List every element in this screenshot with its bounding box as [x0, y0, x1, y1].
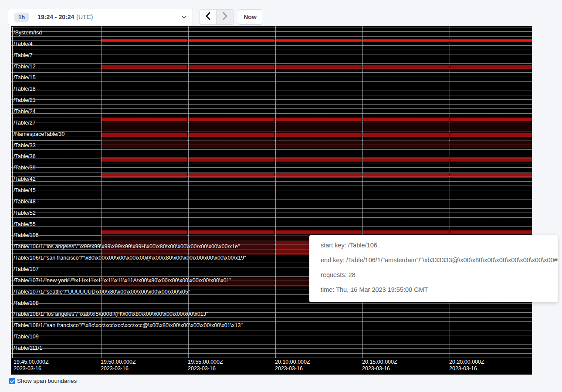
- now-button[interactable]: Now: [238, 9, 262, 25]
- row-label: /Table/108/1/"san francisco"/"\x8c\xcc\x…: [14, 322, 243, 329]
- heat-band-segment[interactable]: [450, 118, 532, 121]
- row-label: /Table/106: [14, 232, 39, 239]
- heat-band-segment[interactable]: [276, 230, 362, 235]
- heat-band-segment[interactable]: [450, 230, 532, 235]
- row-label: /Table/45: [14, 187, 36, 194]
- row-label: /System/tsd: [14, 29, 42, 36]
- heat-band-segment[interactable]: [189, 235, 274, 241]
- heat-band-segment[interactable]: [363, 65, 449, 69]
- row-label: /Table/107: [14, 266, 39, 273]
- row-label: /Table/27: [14, 119, 36, 126]
- range-text: 19:24 - 20:24: [37, 14, 74, 20]
- heat-band-segment[interactable]: [276, 118, 362, 121]
- row-label: /Table/111/1: [14, 345, 42, 351]
- range-timezone: (UTC): [76, 14, 93, 20]
- row-label: /Table/33: [14, 142, 36, 149]
- column-gridline: [362, 26, 363, 358]
- checkmark-icon: [10, 377, 14, 385]
- row-label: /Table/106/1/"san francisco"/"\x80\x00\x…: [14, 254, 246, 261]
- row-label: /Table/108: [14, 300, 39, 307]
- row-label: /Table/107/1/"seattle"/"UUUUUUD\x00\x80\…: [14, 288, 190, 295]
- tooltip-requests: requests: 28: [321, 267, 558, 282]
- row-label: /Table/108/1/"los angeles"/"\xa8\xf5\u00…: [14, 311, 208, 318]
- key-visualizer-heatmap[interactable]: /System/tsd/Table/4/Table/7/Table/12/Tab…: [11, 26, 532, 375]
- row-label: /Table/39: [14, 164, 36, 171]
- row-label: /Table/21: [14, 97, 36, 104]
- heat-band-segment[interactable]: [450, 122, 532, 133]
- heat-band-segment[interactable]: [189, 139, 274, 144]
- left-boundary-line: [12, 27, 13, 358]
- heat-band-segment[interactable]: [189, 144, 274, 148]
- heat-band-segment[interactable]: [276, 157, 362, 162]
- heat-band-segment[interactable]: [276, 65, 362, 69]
- heat-band-segment[interactable]: [450, 65, 532, 69]
- next-range-button-disabled[interactable]: [217, 9, 234, 25]
- row-label: /Table/48: [14, 198, 36, 205]
- heat-band-segment[interactable]: [363, 144, 449, 148]
- heat-band-segment[interactable]: [189, 39, 274, 42]
- heat-band-segment[interactable]: [363, 230, 449, 235]
- heat-band-segment[interactable]: [450, 157, 532, 162]
- heat-band-segment[interactable]: [363, 39, 449, 42]
- time-range-selector[interactable]: 1h 19:24 - 20:24 (UTC): [8, 9, 193, 25]
- tooltip-end-key: end key: /Table/106/1/"amsterdam"/"\xb33…: [321, 253, 558, 267]
- heat-band-segment[interactable]: [102, 235, 187, 241]
- heat-band-segment[interactable]: [102, 173, 187, 178]
- heat-band-segment[interactable]: [276, 144, 362, 148]
- show-span-boundaries-label[interactable]: Show span boundaries: [17, 378, 77, 384]
- heat-band-segment[interactable]: [363, 173, 449, 178]
- column-gridline: [450, 26, 450, 358]
- heat-band-segment[interactable]: [189, 133, 274, 137]
- heat-band-segment[interactable]: [102, 144, 187, 148]
- column-gridline: [188, 26, 189, 358]
- heat-band-segment[interactable]: [450, 139, 532, 144]
- chevron-down-icon: [182, 16, 186, 19]
- heat-band-segment[interactable]: [189, 230, 274, 235]
- heat-band-segment[interactable]: [102, 65, 187, 69]
- heat-band-segment[interactable]: [102, 122, 187, 133]
- show-span-boundaries-checkbox[interactable]: [9, 378, 15, 384]
- row-label: /Table/109: [14, 333, 39, 340]
- heat-band-segment[interactable]: [276, 122, 362, 133]
- chevron-right-icon: [223, 12, 227, 22]
- heat-band-segment[interactable]: [102, 139, 187, 144]
- heat-band-segment[interactable]: [102, 133, 187, 137]
- heat-band-segment[interactable]: [276, 139, 362, 144]
- heat-band-segment[interactable]: [102, 230, 187, 235]
- row-label: /Table/24: [14, 108, 36, 115]
- span-boundary-lines-overlay: [11, 27, 532, 358]
- x-axis-tick: 20:15:00.000Z2023-03-16: [362, 359, 397, 372]
- heat-band-segment[interactable]: [363, 157, 449, 162]
- heat-band-segment[interactable]: [189, 157, 274, 162]
- chevron-left-icon: [206, 12, 210, 22]
- now-button-label: Now: [244, 14, 257, 20]
- column-gridline: [275, 26, 276, 358]
- heat-band-segment[interactable]: [363, 122, 449, 133]
- heat-band-segment[interactable]: [450, 133, 532, 137]
- row-label: /Table/42: [14, 176, 36, 182]
- row-label: /Table/7: [14, 52, 33, 59]
- x-axis-tick: 19:45:00.000Z2023-03-16: [14, 359, 49, 372]
- heat-band-segment[interactable]: [450, 144, 532, 148]
- heat-band-segment[interactable]: [276, 173, 362, 178]
- row-label: /Table/4: [14, 41, 33, 47]
- heat-band-segment[interactable]: [363, 118, 449, 121]
- heat-band-segment[interactable]: [102, 157, 187, 162]
- x-axis-tick: 20:10:00.000Z2023-03-16: [275, 359, 310, 372]
- footer-controls: Show span boundaries: [9, 378, 77, 384]
- heat-band-segment[interactable]: [363, 133, 449, 137]
- heat-band-segment[interactable]: [189, 118, 274, 121]
- heat-band-segment[interactable]: [363, 139, 449, 144]
- time-nav-group: [200, 9, 234, 25]
- heat-band-segment[interactable]: [450, 39, 532, 42]
- heat-band-segment[interactable]: [276, 133, 362, 137]
- previous-range-button[interactable]: [200, 9, 217, 25]
- heat-band-segment[interactable]: [189, 173, 274, 178]
- heat-band-segment[interactable]: [102, 118, 187, 121]
- heat-band-segment[interactable]: [189, 65, 274, 69]
- heat-band-segment[interactable]: [276, 39, 362, 42]
- tooltip-start-key: start key: /Table/106: [321, 238, 558, 253]
- heat-band-segment[interactable]: [450, 173, 532, 178]
- heat-band-segment[interactable]: [189, 122, 274, 133]
- heat-band-segment[interactable]: [102, 39, 187, 42]
